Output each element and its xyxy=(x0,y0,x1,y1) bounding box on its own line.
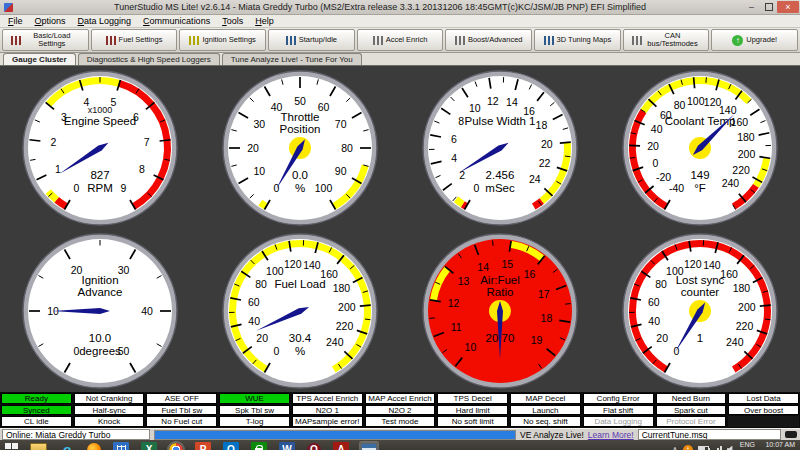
menu-file[interactable]: File xyxy=(2,16,29,26)
learn-more-link[interactable]: Learn More! xyxy=(588,430,634,440)
toolbar-boost-advanced[interactable]: Boost/Advanced xyxy=(445,29,532,51)
close-button[interactable]: × xyxy=(777,1,799,13)
language-indicator[interactable]: ENG US xyxy=(740,441,755,450)
indicator-synced: Synced xyxy=(1,405,72,416)
svg-text:0: 0 xyxy=(274,182,280,194)
toolbar-label: Ignition Settings xyxy=(202,36,255,44)
menu-options[interactable]: Options xyxy=(29,16,72,26)
acrobat-icon[interactable]: A xyxy=(333,442,349,450)
indicator-spark-cut: Spark cut xyxy=(656,405,727,416)
svg-text:30: 30 xyxy=(118,263,130,275)
tray-expand-icon[interactable]: ∧ xyxy=(672,445,678,450)
file-explorer-icon[interactable] xyxy=(30,443,47,450)
svg-text:10: 10 xyxy=(253,165,265,177)
gauge-title: Position xyxy=(280,123,321,135)
tab-gauge-cluster[interactable]: Gauge Cluster xyxy=(3,53,76,65)
svg-text:70: 70 xyxy=(335,118,347,130)
firefox-icon[interactable] xyxy=(87,443,101,450)
menu-communications[interactable]: Communications xyxy=(137,16,216,26)
svg-text:18: 18 xyxy=(541,311,553,323)
maximize-button[interactable] xyxy=(760,1,777,13)
clock[interactable]: 10:07 AM 07/04/2015 xyxy=(760,441,795,450)
gauge-unit: °F xyxy=(694,182,706,194)
volume-icon[interactable] xyxy=(727,446,735,450)
svg-text:40: 40 xyxy=(648,315,660,327)
indicator-knock: Knock xyxy=(74,416,145,427)
svg-text:11: 11 xyxy=(451,321,462,333)
svg-text:14: 14 xyxy=(477,260,489,272)
chrome-icon[interactable] xyxy=(169,443,183,450)
svg-text:17: 17 xyxy=(538,287,550,299)
titlebar: TunerStudio MS Lite! v2.6.14 - Miata Gre… xyxy=(0,0,800,15)
svg-text:100: 100 xyxy=(266,264,284,276)
indicator-ready: Ready xyxy=(1,393,72,404)
gauge-title: Throttle xyxy=(281,111,320,123)
system-tray: ∧ ↑ ENG US 10:07 AM 07/04/2015 xyxy=(672,441,795,450)
svg-text:30: 30 xyxy=(253,118,265,130)
gauge-title: Pulse Width 1 xyxy=(465,115,536,127)
updater-icon[interactable]: ↑ xyxy=(683,445,693,450)
battery-icon[interactable] xyxy=(698,446,709,450)
word-icon[interactable]: W xyxy=(279,442,295,450)
calculator-icon[interactable] xyxy=(113,442,129,450)
svg-text:10: 10 xyxy=(47,304,59,316)
tab-diagnostics-high-speed-loggers[interactable]: Diagnostics & High Speed Loggers xyxy=(78,53,220,65)
svg-text:16: 16 xyxy=(524,267,536,279)
store-icon[interactable] xyxy=(251,442,267,450)
upgrade-icon: ↑ xyxy=(732,35,743,46)
powerpoint-icon[interactable]: P xyxy=(195,442,211,450)
indicator-t-log: T-log xyxy=(219,416,290,427)
svg-text:40: 40 xyxy=(248,315,260,327)
toolbar-accel-enrich[interactable]: Accel Enrich xyxy=(357,29,444,51)
svg-text:12: 12 xyxy=(487,95,499,107)
svg-text:60: 60 xyxy=(248,295,260,307)
outlook-icon[interactable]: O xyxy=(223,442,239,450)
indicator-map-accel-enrich: MAP Accel Enrich xyxy=(365,393,436,404)
svg-text:240: 240 xyxy=(326,336,344,348)
gauge-title: counter xyxy=(681,286,720,298)
excel-icon[interactable]: X xyxy=(141,442,157,450)
minimize-button[interactable]: – xyxy=(743,1,760,13)
svg-text:220: 220 xyxy=(336,319,354,331)
indicator-lost-data: Lost Data xyxy=(728,393,799,404)
svg-text:-40: -40 xyxy=(669,182,684,194)
gauge-value: 10.0 xyxy=(89,332,111,344)
svg-text:120: 120 xyxy=(284,258,302,270)
gauge-engine-speed: 0123456789x1000Engine Speed827RPM xyxy=(21,69,179,227)
toolbar-startup-idle[interactable]: Startup/Idle xyxy=(268,29,355,51)
toolbar-upgrade[interactable]: ↑Upgrade! xyxy=(711,29,798,51)
language-line1: ENG xyxy=(740,441,755,449)
tab-tune-analyze-live-tune-for-you[interactable]: Tune Analyze Live! - Tune For You xyxy=(222,53,362,65)
indicator-not-cranking: Not Cranking xyxy=(74,393,145,404)
tunerstudio-icon[interactable] xyxy=(361,443,377,450)
progress-bar xyxy=(154,430,516,440)
indicator-wue: WUE xyxy=(219,393,290,404)
gauge-sublabel: x1000 xyxy=(88,105,113,115)
fuel-icon xyxy=(106,36,116,45)
indicator-protocol-error: Protocol Error xyxy=(656,416,727,427)
toolbar-fuel-settings[interactable]: Fuel Settings xyxy=(91,29,178,51)
network-icon[interactable] xyxy=(714,446,722,450)
toolbar-label: Basic/Load Settings xyxy=(24,32,79,49)
indicator-blank xyxy=(728,416,799,427)
toolbar-basic-load-settings[interactable]: Basic/Load Settings xyxy=(2,29,89,51)
indicator-panel: ReadyNot CrankingASE OFFWUETPS Accel Enr… xyxy=(0,392,800,428)
menu-data-logging[interactable]: Data Logging xyxy=(72,16,138,26)
svg-text:8: 8 xyxy=(139,162,145,174)
menu-help[interactable]: Help xyxy=(249,16,280,26)
toolbar-3d-tuning-maps[interactable]: 3D Tuning Maps xyxy=(534,29,621,51)
gauge-title: Ignition xyxy=(81,274,118,286)
toolbar-ignition-settings[interactable]: Ignition Settings xyxy=(179,29,266,51)
current-tune-file: CurrentTune.msq xyxy=(638,429,781,440)
internet-explorer-icon[interactable]: e xyxy=(59,442,75,450)
indicator-data-logging: Data Logging xyxy=(583,416,654,427)
indicator-n2o-1: N2O 1 xyxy=(292,405,363,416)
start-button[interactable] xyxy=(5,443,18,450)
indicator-mapsample-error: MAPsample error! xyxy=(292,416,363,427)
toolbar-can-bus-testmodes[interactable]: CAN bus/Testmodes xyxy=(623,29,710,51)
menu-tools[interactable]: Tools xyxy=(216,16,249,26)
svg-text:40: 40 xyxy=(651,123,663,135)
indicator-n2o-2: N2O 2 xyxy=(365,405,436,416)
quicken-icon[interactable]: Q xyxy=(307,443,321,450)
svg-text:100: 100 xyxy=(687,94,705,106)
